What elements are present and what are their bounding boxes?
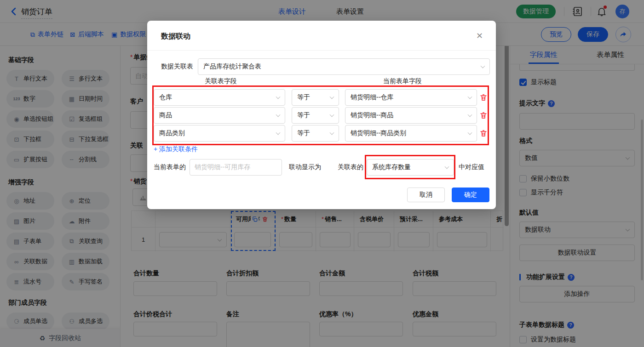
relation-table-select[interactable]: 产品库存统计聚合表 xyxy=(198,58,490,75)
chevron-down-icon xyxy=(276,113,281,117)
chevron-down-icon xyxy=(330,131,334,135)
chevron-down-icon xyxy=(468,113,472,117)
select-value: 销货明细--仓库 xyxy=(351,93,393,102)
close-icon[interactable]: ✕ xyxy=(476,31,483,41)
relation-table-select-value: 产品库存统计聚合表 xyxy=(203,63,261,71)
select-value: 销货明细--商品类别 xyxy=(351,129,406,137)
form-field-select[interactable]: 销货明细--商品 xyxy=(345,107,477,124)
chevron-down-icon xyxy=(445,165,449,169)
modal-title: 数据联动 xyxy=(161,32,190,41)
sentence-middle: 联动显示为 xyxy=(289,163,321,171)
select-value: 商品 xyxy=(159,111,172,119)
chevron-down-icon xyxy=(276,95,281,99)
operator-select[interactable]: 等于 xyxy=(292,89,339,106)
relation-field-select[interactable]: 商品类别 xyxy=(154,125,285,142)
relation-table-label: 数据关联表 xyxy=(161,63,193,71)
form-field-select[interactable]: 销货明细--仓库 xyxy=(345,89,477,106)
sentence-prefix: 当前表单的 xyxy=(154,163,186,171)
delete-condition-icon[interactable] xyxy=(479,93,488,102)
add-condition-link[interactable]: + 添加关联条件 xyxy=(154,145,198,154)
chevron-down-icon xyxy=(468,95,472,99)
select-value: 等于 xyxy=(297,129,310,137)
operator-select[interactable]: 等于 xyxy=(292,107,339,124)
column-header-current-form-fields: 当前表单字段 xyxy=(368,77,437,85)
select-value: 等于 xyxy=(297,93,310,102)
delete-condition-icon[interactable] xyxy=(479,129,488,137)
form-field-select[interactable]: 销货明细--商品类别 xyxy=(345,125,477,142)
current-field-input[interactable] xyxy=(190,159,282,176)
select-value: 等于 xyxy=(297,111,310,119)
confirm-button[interactable]: 确定 xyxy=(452,188,489,202)
cancel-button[interactable]: 取消 xyxy=(407,188,445,202)
chevron-down-icon xyxy=(481,64,485,68)
sentence-of-table: 关联表的 xyxy=(338,163,363,171)
modal-header-divider xyxy=(147,50,496,51)
select-value: 商品类别 xyxy=(159,129,185,137)
column-header-relation-fields: 关联表字段 xyxy=(193,77,248,85)
relation-field-select[interactable]: 商品 xyxy=(154,107,285,124)
data-linkage-modal: 数据联动 ✕ 数据关联表 产品库存统计聚合表 关联表字段 当前表单字段 仓库 等… xyxy=(147,21,496,209)
sentence-suffix: 中对应值 xyxy=(459,163,484,171)
select-value: 仓库 xyxy=(159,93,172,102)
chevron-down-icon xyxy=(330,95,334,99)
delete-condition-icon[interactable] xyxy=(479,111,488,119)
chevron-down-icon xyxy=(468,131,472,135)
chevron-down-icon xyxy=(276,131,281,135)
chevron-down-icon xyxy=(330,113,334,117)
select-value: 销货明细--商品 xyxy=(351,111,393,119)
operator-select[interactable]: 等于 xyxy=(292,125,339,142)
select-value: 系统库存数量 xyxy=(372,163,411,171)
linkage-value-select[interactable]: 系统库存数量 xyxy=(367,159,454,176)
relation-field-select[interactable]: 仓库 xyxy=(154,89,285,106)
